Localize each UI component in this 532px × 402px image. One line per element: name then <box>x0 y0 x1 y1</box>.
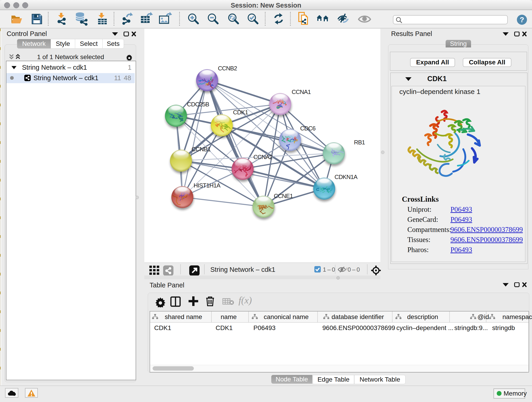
svg-text:CCNA2: CCNA2 <box>253 153 273 160</box>
svg-text:CCNB2: CCNB2 <box>218 65 237 72</box>
svg-text:CCNA1: CCNA1 <box>292 89 311 95</box>
svg-text:CDC6: CDC6 <box>300 125 316 132</box>
svg-text:HIST1H1A: HIST1H1A <box>194 182 221 189</box>
svg-text:RB1: RB1 <box>354 139 365 146</box>
svg-text:CDC25B: CDC25B <box>187 101 209 108</box>
svg-text:CCNB1: CCNB1 <box>191 146 211 153</box>
svg-text:CDKN1A: CDKN1A <box>335 173 358 180</box>
svg-text:?: ? <box>520 16 524 24</box>
svg-text:CDK1: CDK1 <box>233 109 248 116</box>
svg-text:CCNE1: CCNE1 <box>274 192 293 199</box>
